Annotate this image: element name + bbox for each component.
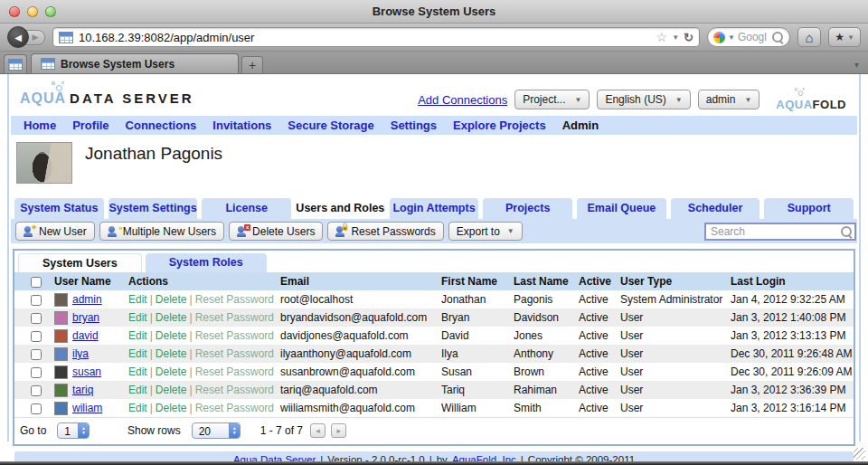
home-button[interactable]: ⌂ bbox=[797, 27, 821, 47]
user-avatar bbox=[54, 384, 68, 397]
username-link[interactable]: admin bbox=[72, 293, 102, 306]
username-link[interactable]: david bbox=[72, 329, 99, 342]
delete-link[interactable]: Delete bbox=[156, 347, 187, 360]
row-checkbox[interactable] bbox=[31, 367, 42, 378]
edit-link[interactable]: Edit bbox=[128, 402, 147, 414]
column-header-actions[interactable]: Actions bbox=[125, 272, 277, 290]
bookmark-star-icon[interactable]: ☆ bbox=[656, 31, 668, 43]
admin-tab[interactable]: Projects bbox=[483, 198, 572, 219]
row-checkbox[interactable] bbox=[31, 313, 42, 324]
column-header-active[interactable]: Active bbox=[575, 272, 617, 290]
column-header-last-name[interactable]: Last Name bbox=[510, 272, 575, 290]
row-checkbox[interactable] bbox=[31, 331, 42, 342]
delete-link[interactable]: Delete bbox=[156, 384, 187, 396]
prev-arrow-icon: ◂ bbox=[316, 426, 320, 435]
stepper-down-icon[interactable]: ▼ bbox=[232, 431, 237, 435]
column-header-user-type[interactable]: User Type bbox=[617, 272, 727, 290]
nav-item[interactable]: Explore Projects bbox=[453, 119, 546, 132]
column-header-first-name[interactable]: First Name bbox=[438, 272, 510, 290]
language-dropdown[interactable]: English (US) ▼ bbox=[597, 90, 690, 109]
go-to-page-stepper[interactable]: 1 ▲▼ bbox=[57, 422, 90, 439]
column-header-user-name[interactable]: User Name bbox=[51, 272, 125, 290]
row-checkbox[interactable] bbox=[31, 385, 42, 396]
edit-link[interactable]: Edit bbox=[128, 347, 147, 360]
url-text[interactable]: 10.168.2.39:8082/app/admin/user bbox=[79, 31, 651, 44]
search-engine-dropdown-icon[interactable]: ▼ bbox=[728, 33, 735, 42]
web-search-box[interactable]: ▼ Googl bbox=[707, 27, 790, 47]
nav-item[interactable]: Secure Storage bbox=[288, 119, 373, 132]
admin-tab[interactable]: Scheduler bbox=[671, 198, 760, 219]
edit-link[interactable]: Edit bbox=[128, 365, 147, 378]
new-tab-button[interactable]: + bbox=[241, 56, 263, 73]
reset-password-link[interactable]: Reset Password bbox=[195, 311, 274, 324]
username-link[interactable]: ilya bbox=[72, 347, 89, 360]
search-input[interactable] bbox=[704, 223, 856, 241]
project-dropdown[interactable]: Project... ▼ bbox=[514, 90, 590, 109]
row-checkbox[interactable] bbox=[31, 349, 42, 360]
username-link[interactable]: tariq bbox=[72, 384, 93, 396]
reset-password-link[interactable]: Reset Password bbox=[195, 329, 274, 342]
admin-tab[interactable]: Users and Roles bbox=[296, 198, 385, 219]
email-cell: root@localhost bbox=[277, 290, 438, 308]
users-subtab[interactable]: System Roles bbox=[146, 253, 267, 272]
admin-tab[interactable]: System Settings bbox=[108, 198, 198, 219]
user-account-dropdown[interactable]: admin ▼ bbox=[698, 90, 760, 109]
delete-link[interactable]: Delete bbox=[156, 365, 187, 378]
nav-item[interactable]: Home bbox=[24, 119, 56, 132]
admin-tab[interactable]: Email Queue bbox=[577, 198, 666, 219]
reset-password-link[interactable]: Reset Password bbox=[195, 293, 274, 306]
username-link[interactable]: susan bbox=[72, 365, 101, 378]
next-page-button[interactable]: ▸ bbox=[331, 423, 346, 438]
active-cell: Active bbox=[575, 399, 617, 417]
nav-item[interactable]: Admin bbox=[562, 119, 599, 132]
nav-item[interactable]: Invitations bbox=[212, 119, 271, 132]
select-all-checkbox[interactable] bbox=[31, 277, 42, 288]
reload-icon[interactable]: ↻ bbox=[684, 31, 693, 44]
row-checkbox[interactable] bbox=[31, 295, 42, 306]
username-link[interactable]: wiliam bbox=[72, 402, 102, 414]
address-bar[interactable]: 10.168.2.39:8082/app/admin/user ☆ ▼ ↻ bbox=[52, 27, 700, 47]
reset-password-link[interactable]: Reset Password bbox=[195, 402, 274, 414]
admin-tab[interactable]: System Status bbox=[14, 198, 104, 219]
previous-page-button[interactable]: ◂ bbox=[310, 423, 326, 438]
delete-link[interactable]: Delete bbox=[156, 329, 187, 342]
bookmarks-button[interactable]: ★ ▼ bbox=[828, 27, 861, 47]
reset-passwords-button[interactable]: 🔒 Reset Passwords bbox=[327, 222, 443, 241]
back-button[interactable]: ◀ bbox=[7, 26, 29, 48]
nav-item[interactable]: Settings bbox=[391, 119, 437, 132]
url-dropdown-icon[interactable]: ▼ bbox=[672, 33, 679, 42]
edit-link[interactable]: Edit bbox=[128, 293, 147, 306]
app-tab-button[interactable] bbox=[4, 54, 27, 73]
active-browser-tab[interactable]: Browse System Users bbox=[31, 53, 239, 73]
column-header-email[interactable]: Email bbox=[277, 272, 438, 290]
reset-password-link[interactable]: Reset Password bbox=[195, 384, 274, 396]
delete-link[interactable]: Delete bbox=[156, 402, 187, 414]
nav-item[interactable]: Connections bbox=[126, 119, 197, 132]
column-header-last-login[interactable]: Last Login bbox=[727, 272, 854, 290]
new-user-button[interactable]: ✦ New User bbox=[15, 222, 95, 241]
edit-link[interactable]: Edit bbox=[128, 384, 147, 396]
edit-link[interactable]: Edit bbox=[128, 311, 147, 324]
web-search-text[interactable]: Googl bbox=[738, 31, 785, 43]
reset-password-link[interactable]: Reset Password bbox=[195, 365, 274, 378]
tab-overflow-icon[interactable]: ▾ bbox=[854, 60, 864, 73]
window-resize-grip[interactable] bbox=[854, 448, 865, 460]
delete-link[interactable]: Delete bbox=[156, 311, 187, 324]
delete-link[interactable]: Delete bbox=[156, 293, 187, 306]
add-connections-link[interactable]: Add Connections bbox=[418, 93, 507, 107]
admin-tab[interactable]: License bbox=[202, 198, 291, 219]
show-rows-stepper[interactable]: 20 ▲▼ bbox=[192, 422, 241, 439]
reset-password-link[interactable]: Reset Password bbox=[195, 347, 274, 360]
delete-users-button[interactable]: x Delete Users bbox=[229, 222, 323, 241]
username-link[interactable]: bryan bbox=[72, 311, 99, 324]
multiple-new-users-button[interactable]: » Multiple New Users bbox=[99, 222, 224, 241]
users-subtab[interactable]: System Users bbox=[18, 253, 142, 272]
nav-item[interactable]: Profile bbox=[72, 119, 108, 132]
last-name-cell: Davidson bbox=[510, 308, 575, 327]
stepper-down-icon[interactable]: ▼ bbox=[81, 431, 86, 435]
export-to-button[interactable]: Export to ▼ bbox=[448, 222, 523, 241]
row-checkbox[interactable] bbox=[31, 403, 42, 414]
admin-tab[interactable]: Support bbox=[764, 198, 854, 219]
edit-link[interactable]: Edit bbox=[128, 329, 147, 342]
admin-tab[interactable]: Login Attempts bbox=[390, 198, 479, 219]
